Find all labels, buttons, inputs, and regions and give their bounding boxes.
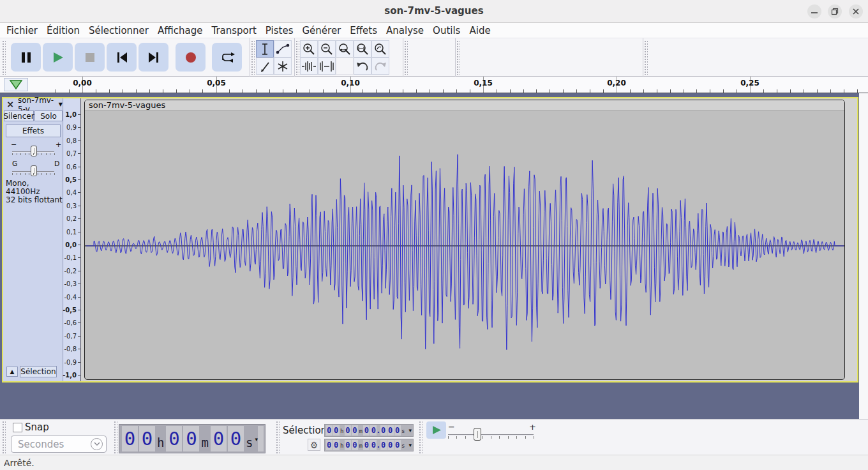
menu-affichage[interactable]: Affichage [158,25,202,36]
audio-clip[interactable]: son-7mv-5-vagues [84,100,845,380]
zoom-out-button[interactable] [318,40,336,57]
time-digit[interactable]: 0 [333,440,340,450]
draw-tool-button[interactable] [256,57,274,75]
play-button[interactable] [43,43,73,72]
record-button[interactable] [176,43,206,72]
toolbar-grip[interactable] [114,421,117,454]
time-digit[interactable]: 0 [387,425,394,436]
zoom-in-button[interactable] [300,40,318,57]
time-unit[interactable]: h [340,427,344,436]
toolbar-grip[interactable] [2,421,6,454]
time-digit[interactable]: 0 [380,440,387,450]
toolbar-grip[interactable] [644,40,648,75]
time-unit[interactable]: m [358,442,363,450]
time-unit[interactable]: h [156,434,165,451]
zoom-toggle-button[interactable] [371,40,389,57]
audio-position-time[interactable]: ▾ 00h00m00s [119,424,266,453]
time-field-dropdown-icon[interactable]: ▾ [408,427,412,434]
toolbar-grip[interactable] [404,40,408,75]
time-unit[interactable]: s [401,442,405,450]
snap-checkbox[interactable] [13,423,22,432]
toolbar-grip[interactable] [276,421,280,454]
toolbar-grip[interactable] [456,40,460,75]
time-unit[interactable]: s [244,434,254,451]
time-digit[interactable]: 0 [387,440,394,450]
close-button[interactable] [849,4,863,19]
track-name-menu[interactable]: son-7mv-5-v ▼ [16,100,64,109]
time-digit[interactable]: 0 [394,440,401,450]
time-digit[interactable]: 0 [122,426,138,451]
clip-title[interactable]: son-7mv-5-vagues [85,100,844,111]
menu-generer[interactable]: Générer [302,25,341,36]
time-digit[interactable]: 0 [363,440,370,450]
selection-start-time[interactable]: 00h00m00.000s▾ [324,424,414,437]
time-digit[interactable]: 0 [352,440,358,450]
maximize-button[interactable] [828,4,842,19]
time-digit[interactable]: 0 [228,426,244,451]
menu-pistes[interactable]: Pistes [266,25,294,36]
time-unit[interactable]: m [358,427,363,436]
menu-transport[interactable]: Transport [211,25,256,36]
vertical-scrollbar[interactable] [859,93,868,419]
toolbar-grip[interactable] [2,40,6,75]
selection-end-time[interactable]: 00h00m00.000s▾ [324,439,414,451]
toolbar-grip[interactable] [419,421,423,454]
amplitude-ruler[interactable]: 1,00,90,80,70,60,50,40,30,20,10,0-0,1-0,… [64,98,81,381]
selection-settings-button[interactable]: ⚙ [308,439,320,451]
stop-button[interactable] [75,43,105,72]
time-digit[interactable]: 0 [211,426,227,451]
waveform[interactable] [85,112,844,380]
redo-button[interactable] [371,57,389,75]
fit-project-button[interactable] [354,40,371,57]
time-digit[interactable]: 0 [345,440,351,450]
play-at-speed-button[interactable] [426,421,446,439]
silence-selection-button[interactable] [318,57,336,75]
menu-analyse[interactable]: Analyse [386,25,424,36]
solo-button[interactable]: Solo [34,110,63,121]
time-digit[interactable]: 0 [352,425,358,436]
effects-button[interactable]: Effets [6,125,61,137]
menu-aide[interactable]: Aide [469,25,490,36]
time-unit[interactable]: s [401,427,405,436]
time-digit[interactable]: 0 [326,440,333,450]
playback-speed-slider[interactable]: − + [448,422,541,441]
menu-edition[interactable]: Édition [47,25,80,36]
toolbar-grip[interactable] [251,40,255,75]
time-unit[interactable]: m [200,434,209,451]
pause-button[interactable] [11,43,41,72]
toolbar-grip[interactable] [296,40,299,75]
time-format-dropdown-icon[interactable]: ▾ [255,436,258,443]
time-digit[interactable]: 0 [345,425,351,436]
time-digit[interactable]: 0 [370,425,377,436]
pan-slider[interactable] [12,164,54,177]
mute-button[interactable]: Silencer [4,110,34,121]
time-digit[interactable]: 0 [380,425,387,436]
menu-selectionner[interactable]: Sélectionner [89,25,149,36]
trim-outside-selection-button[interactable] [300,57,318,75]
menu-fichier[interactable]: Fichier [6,25,38,36]
time-digit[interactable]: 0 [394,425,401,436]
skip-to-end-button[interactable] [138,43,168,72]
multi-tool-button[interactable] [274,57,292,75]
speed-slider-thumb[interactable] [474,428,481,441]
menu-effets[interactable]: Effets [350,25,377,36]
fit-selection-button[interactable] [336,40,354,57]
gain-slider[interactable] [12,144,54,157]
skip-to-start-button[interactable] [107,43,137,72]
track-select-button[interactable]: Sélection [20,366,57,377]
time-unit[interactable]: h [340,442,344,450]
time-digit[interactable]: 0 [139,426,155,451]
selection-tool-button[interactable] [256,40,274,57]
time-separator[interactable]: . [377,426,380,436]
time-field-dropdown-icon[interactable]: ▾ [408,442,412,448]
pinned-playhead-button[interactable] [4,78,28,91]
envelope-tool-button[interactable] [274,40,292,57]
time-digit[interactable]: 0 [326,425,333,436]
minimize-button[interactable] [807,4,821,19]
time-separator[interactable]: . [377,441,380,450]
time-digit[interactable]: 0 [333,425,340,436]
time-digit[interactable]: 0 [183,426,199,451]
undo-button[interactable] [354,57,371,75]
time-digit[interactable]: 0 [166,426,182,451]
time-digit[interactable]: 0 [363,425,370,436]
